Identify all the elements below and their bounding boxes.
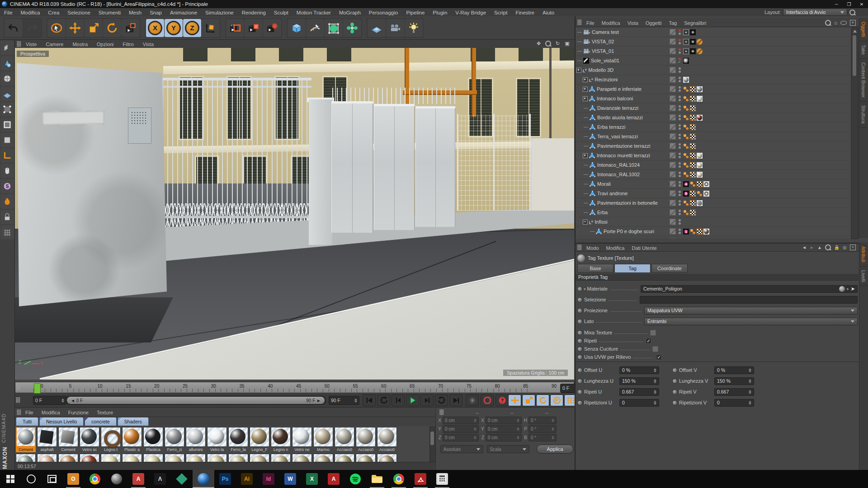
selezione-field[interactable] bbox=[640, 296, 858, 304]
object-label[interactable]: Sole_vista01 bbox=[591, 58, 619, 63]
material-item-partial[interactable] bbox=[207, 454, 227, 462]
uvw-tag-icon[interactable] bbox=[690, 124, 696, 130]
layer-chip-icon[interactable] bbox=[670, 143, 676, 149]
coord-input-z[interactable]: 0 cm bbox=[443, 434, 479, 441]
phong-tag-icon[interactable] bbox=[683, 143, 689, 149]
attribute-tab-tag[interactable]: Tag bbox=[614, 264, 651, 273]
material-thumbnail[interactable] bbox=[250, 427, 269, 447]
viewport-menu-opzioni[interactable]: Opzioni bbox=[92, 42, 118, 47]
texture-mode-button[interactable] bbox=[0, 71, 14, 86]
phong-tag-icon[interactable] bbox=[690, 229, 696, 235]
om-add-panel-icon[interactable]: + bbox=[850, 20, 856, 26]
material-tag-icon[interactable] bbox=[697, 115, 703, 121]
uvw-tag-icon[interactable] bbox=[690, 134, 696, 140]
uv-input[interactable]: 0 % bbox=[714, 366, 754, 374]
menu-simulazione[interactable]: Simulazione bbox=[201, 10, 238, 15]
layer-chip-icon[interactable] bbox=[670, 238, 676, 238]
taskbar-word[interactable]: W bbox=[279, 470, 301, 488]
material-scrollbar[interactable] bbox=[429, 427, 436, 463]
layout-dropdown[interactable]: Interfaccia di Avvio bbox=[783, 9, 847, 16]
material-thumbnail[interactable] bbox=[16, 427, 36, 447]
panel-grip[interactable] bbox=[17, 41, 21, 47]
anim-dot-icon[interactable] bbox=[577, 319, 582, 324]
object-label[interactable]: Recinzioni bbox=[595, 77, 618, 82]
visibility-dot-icon[interactable] bbox=[679, 210, 681, 212]
visibility-dot-icon[interactable] bbox=[679, 89, 681, 92]
visibility-dot-icon[interactable] bbox=[679, 86, 681, 89]
object-label[interactable]: Parapetti e inferriate bbox=[597, 86, 642, 92]
material-tab-shaders[interactable]: Shaders bbox=[118, 417, 149, 426]
object-row[interactable]: VISTA_02✳ bbox=[576, 37, 850, 47]
coord-input-x[interactable]: 0 cm bbox=[443, 417, 479, 424]
render-disable-tag-icon[interactable] bbox=[697, 39, 703, 45]
menu-mesh[interactable]: Mesh bbox=[125, 10, 146, 15]
object-label[interactable]: Intonaco balconi bbox=[597, 96, 633, 101]
uvw-tag-icon[interactable] bbox=[690, 191, 696, 197]
object-row[interactable]: Bordo aiuola terrazzi bbox=[576, 113, 850, 122]
visibility-dot-icon[interactable] bbox=[679, 67, 681, 70]
material-tab-concrete[interactable]: concrete bbox=[85, 417, 116, 426]
visibility-dot-icon[interactable] bbox=[679, 108, 681, 111]
object-label[interactable]: VISTA_02 bbox=[592, 39, 614, 44]
layer-chip-icon[interactable] bbox=[670, 181, 676, 187]
object-label[interactable]: Erba bbox=[597, 210, 608, 215]
material-menu-modifica[interactable]: Modifica bbox=[38, 410, 64, 415]
layer-chip-icon[interactable] bbox=[670, 190, 676, 197]
om-menu-oggetti[interactable]: Oggetti bbox=[642, 20, 665, 26]
anim-dot-icon[interactable] bbox=[577, 286, 582, 291]
phong-tag-icon[interactable] bbox=[683, 172, 689, 178]
attribute-tab-base[interactable]: Base bbox=[577, 264, 613, 273]
layer-chip-icon[interactable] bbox=[670, 38, 676, 45]
object-row[interactable]: Erba terrazzi bbox=[576, 122, 850, 132]
taskbar-gem-app[interactable] bbox=[171, 470, 193, 488]
material-item-partial[interactable] bbox=[37, 454, 57, 462]
uv-input[interactable]: 0 bbox=[714, 399, 754, 407]
taskbar-outlook[interactable]: O bbox=[62, 470, 84, 488]
phong-tag-icon[interactable] bbox=[683, 124, 689, 130]
om-grip[interactable] bbox=[577, 19, 582, 25]
material-thumbnail[interactable] bbox=[335, 427, 354, 447]
key-rotation-toggle[interactable] bbox=[536, 394, 549, 406]
viewport-menu-vista[interactable]: Vista bbox=[138, 42, 158, 47]
prev-key-button[interactable] bbox=[377, 394, 390, 406]
visibility-dot-icon[interactable] bbox=[679, 156, 681, 158]
phong-tag-icon[interactable] bbox=[683, 96, 689, 102]
visibility-dot-icon[interactable] bbox=[679, 118, 681, 120]
render-settings-button[interactable] bbox=[263, 19, 281, 37]
visibility-dot-icon[interactable] bbox=[679, 134, 681, 136]
visibility-dot-icon[interactable] bbox=[679, 146, 681, 149]
viewport-menu-camere[interactable]: Camere bbox=[41, 42, 68, 47]
coord-input-x[interactable]: 0 cm bbox=[486, 417, 522, 424]
taskbar-chrome[interactable] bbox=[84, 470, 106, 488]
material-menu-texture[interactable]: Texture bbox=[93, 410, 117, 415]
menu-mograph[interactable]: MoGraph bbox=[335, 10, 365, 15]
uv-input[interactable]: 150 % bbox=[714, 377, 754, 385]
menu-sculpt[interactable]: Sculpt bbox=[270, 10, 292, 15]
material-tag-icon[interactable] bbox=[697, 172, 703, 178]
selection-tag-icon[interactable]: 4 bbox=[683, 181, 689, 187]
menu-animazione[interactable]: Animazione bbox=[166, 10, 201, 15]
material-item[interactable]: Legno_F bbox=[250, 427, 269, 452]
object-label[interactable]: Infissi bbox=[595, 219, 608, 225]
layer-chip-icon[interactable] bbox=[670, 105, 676, 111]
coord-input-b[interactable]: 0 ° bbox=[528, 434, 557, 441]
collapse-icon[interactable] bbox=[583, 220, 588, 225]
taskbar-cinema4d[interactable] bbox=[193, 470, 214, 488]
coords-mode-dropdown[interactable]: Assoluto bbox=[440, 445, 483, 453]
render-view-button[interactable] bbox=[226, 19, 244, 37]
checkbox-unchecked[interactable] bbox=[652, 346, 658, 352]
phong-tag-icon[interactable] bbox=[683, 200, 689, 206]
layer-chip-icon[interactable] bbox=[670, 209, 676, 216]
object-row[interactable]: Maniglie infissi bbox=[576, 236, 850, 238]
material-item-partial[interactable] bbox=[165, 454, 184, 462]
material-item-partial[interactable] bbox=[101, 454, 121, 462]
material-thumbnail[interactable] bbox=[101, 427, 121, 447]
uv-input[interactable]: 0 % bbox=[619, 366, 659, 374]
viewport-menu-mostra[interactable]: Mostra bbox=[68, 42, 92, 47]
menu-file[interactable]: File bbox=[0, 10, 17, 15]
material-item-partial[interactable] bbox=[122, 454, 142, 462]
visibility-dot-icon[interactable] bbox=[679, 162, 681, 164]
am-tab-attributi[interactable]: Attributi bbox=[859, 243, 868, 267]
om-home-icon[interactable]: ⌂ bbox=[834, 20, 837, 25]
target-tag-icon[interactable] bbox=[683, 29, 689, 35]
